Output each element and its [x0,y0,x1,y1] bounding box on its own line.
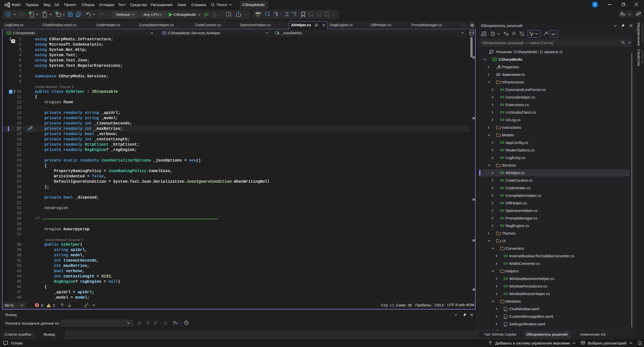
svg-text:C#: C# [8,32,11,34]
svg-text:c: c [173,323,174,325]
svg-text:C#: C# [493,58,496,61]
svg-text:ABC: ABC [255,12,261,15]
